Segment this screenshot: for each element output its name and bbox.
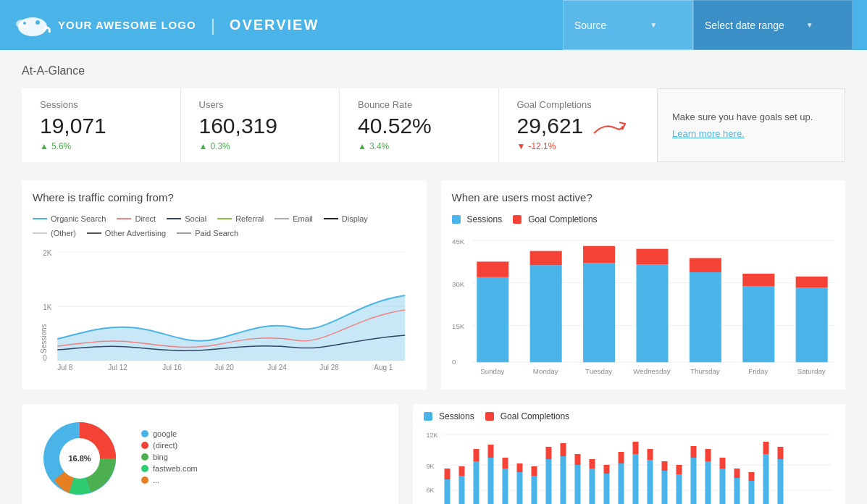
svg-text:1K: 1K — [43, 303, 52, 311]
svg-rect-42 — [742, 274, 774, 287]
svg-text:Thursday: Thursday — [690, 367, 720, 375]
users-arrow: ▲ — [199, 141, 208, 151]
pie-legend: google (direct) bing fastweb.com — [141, 429, 198, 487]
bounce-label: Bounce Rate — [358, 99, 480, 110]
svg-rect-33 — [583, 246, 615, 263]
svg-rect-101 — [763, 454, 769, 504]
pie-area: 16.8% google (direct) bing — [33, 411, 388, 504]
pie-legend-google: google — [141, 429, 198, 438]
hourly-legend: Sessions Goal Completions — [424, 411, 834, 421]
svg-rect-99 — [749, 481, 755, 504]
svg-text:Saturday: Saturday — [797, 367, 825, 375]
learn-more-link[interactable]: Learn more here. — [672, 128, 830, 139]
date-dropdown-arrow: ▼ — [806, 21, 813, 29]
svg-rect-63 — [488, 458, 494, 504]
svg-point-3 — [23, 22, 26, 25]
goals-change: ▼ -12.1% — [517, 141, 640, 151]
svg-text:6K: 6K — [427, 487, 435, 494]
svg-rect-73 — [561, 456, 566, 504]
svg-rect-104 — [778, 447, 784, 459]
pie-legend-direct: (direct) — [141, 441, 198, 450]
svg-rect-74 — [561, 443, 566, 456]
legend-referral: Referral — [217, 214, 264, 223]
svg-text:Sunday: Sunday — [480, 367, 504, 375]
svg-text:9K: 9K — [427, 463, 435, 470]
lower-row: 16.8% google (direct) bing — [22, 404, 845, 504]
metrics-wrapper: Sessions 19,071 ▲ 5.6% Users 160,319 ▲ 0… — [22, 88, 845, 162]
activity-legend-goals: Goal Completions — [513, 214, 597, 224]
goals-trend-icon — [590, 115, 627, 140]
svg-rect-45 — [795, 277, 827, 288]
legend-direct: Direct — [117, 214, 156, 223]
goals-label: Goal Completions — [517, 99, 640, 110]
users-change: ▲ 0.3% — [199, 141, 322, 151]
activity-legend: Sessions Goal Completions — [452, 214, 835, 224]
svg-rect-85 — [648, 460, 653, 504]
svg-text:Jul 24: Jul 24 — [267, 364, 287, 371]
svg-rect-88 — [662, 461, 668, 471]
svg-rect-66 — [503, 458, 508, 469]
svg-text:Aug 1: Aug 1 — [374, 364, 393, 371]
charts-row: Where is traffic coming from? Organic Se… — [22, 180, 845, 390]
at-a-glance-title: At-A-Glance — [22, 64, 845, 77]
svg-rect-38 — [689, 272, 721, 362]
svg-rect-62 — [474, 449, 479, 461]
svg-rect-32 — [583, 263, 615, 362]
traffic-chart-svg: 2K 1K 0 Sessions Jul 8 Jul 12 — [33, 245, 416, 368]
svg-text:0: 0 — [452, 358, 456, 366]
legend-paid: Paid Search — [177, 229, 238, 238]
svg-rect-100 — [749, 472, 755, 481]
source-dropdown-arrow: ▼ — [650, 21, 657, 29]
goal-info-text: Make sure you have goals set up. — [672, 112, 830, 122]
legend-other: (Other) — [33, 229, 76, 238]
svg-text:16.8%: 16.8% — [68, 454, 91, 463]
svg-rect-70 — [532, 466, 537, 476]
svg-rect-89 — [677, 474, 682, 504]
pie-legend-fastweb: fastweb.com — [141, 464, 198, 473]
logo-area: YOUR AWESOME LOGO — [14, 11, 196, 40]
svg-rect-84 — [633, 442, 639, 454]
users-label: Users — [199, 99, 322, 110]
svg-rect-94 — [705, 449, 711, 461]
activity-panel: When are users most active? Sessions Goa… — [441, 180, 846, 390]
svg-rect-69 — [532, 476, 537, 504]
users-value: 160,319 — [199, 114, 322, 138]
pie-legend-bing: bing — [141, 453, 198, 461]
svg-rect-96 — [720, 458, 726, 469]
svg-rect-97 — [734, 478, 740, 504]
svg-rect-86 — [648, 449, 653, 460]
svg-rect-102 — [763, 442, 769, 454]
svg-text:Wednesday: Wednesday — [633, 367, 671, 375]
header-title: OVERVIEW — [230, 17, 319, 33]
svg-text:2K: 2K — [43, 249, 52, 257]
hourly-legend-sessions: Sessions — [424, 411, 474, 421]
svg-rect-61 — [474, 461, 479, 504]
svg-rect-83 — [633, 454, 639, 504]
main-content: At-A-Glance Sessions 19,071 ▲ 5.6% Users… — [0, 50, 867, 504]
svg-rect-91 — [691, 458, 697, 504]
svg-text:Jul 20: Jul 20 — [214, 364, 234, 371]
source-dropdown[interactable]: Source ▼ — [563, 0, 693, 50]
svg-text:Jul 28: Jul 28 — [319, 364, 339, 371]
metric-bounce: Bounce Rate 40.52% ▲ 3.4% — [340, 88, 499, 162]
date-range-dropdown[interactable]: Select date range ▼ — [693, 0, 853, 50]
svg-rect-103 — [778, 459, 784, 504]
pie-legend-other: ... — [141, 476, 198, 484]
svg-text:Friday: Friday — [748, 367, 768, 375]
svg-rect-57 — [445, 479, 451, 504]
legend-social: Social — [167, 214, 206, 223]
header-divider: | — [211, 15, 215, 35]
svg-rect-65 — [503, 469, 508, 504]
goals-value: 29,621 — [517, 114, 584, 138]
svg-text:Tuesday: Tuesday — [585, 367, 612, 375]
svg-text:12K: 12K — [427, 432, 438, 439]
svg-rect-39 — [689, 258, 721, 272]
legend-organic: Organic Search — [33, 214, 106, 223]
svg-rect-58 — [445, 469, 451, 479]
svg-rect-59 — [459, 476, 465, 504]
svg-text:Jul 8: Jul 8 — [57, 364, 73, 371]
svg-rect-92 — [691, 446, 697, 458]
svg-text:Sessions: Sessions — [40, 324, 48, 353]
metric-goals: Goal Completions 29,621 ▼ -12.1% — [499, 88, 658, 162]
sessions-value: 19,071 — [40, 114, 162, 138]
